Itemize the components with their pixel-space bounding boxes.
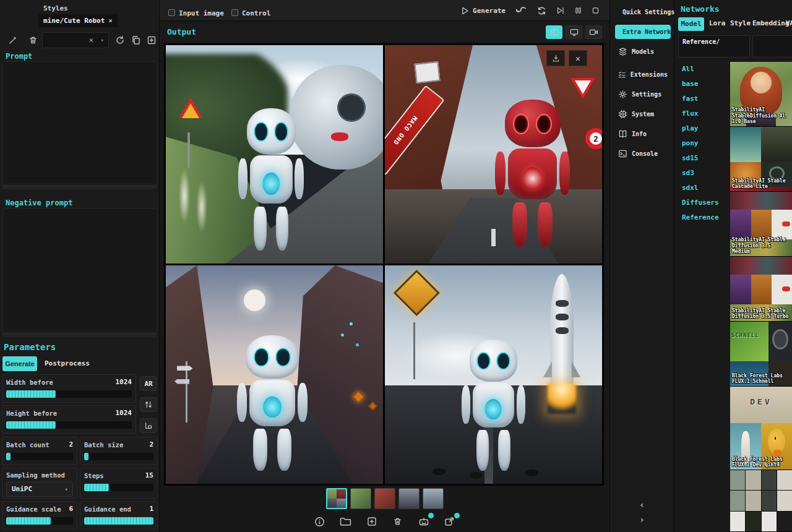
category-sd15[interactable]: sd15 (674, 151, 729, 166)
style-tag[interactable]: mine/Cute Robot× (38, 14, 118, 27)
left-panel: Styles mine/Cute Robot× × ▾ Prompt Negat… (0, 0, 160, 532)
category-play[interactable]: play (674, 121, 729, 136)
width-slider[interactable] (6, 390, 132, 398)
swap-dimensions-button[interactable] (140, 397, 157, 412)
control-checkbox[interactable] (231, 9, 238, 16)
copy-style-button[interactable] (129, 33, 143, 47)
width-value[interactable]: 1024 (116, 378, 132, 386)
height-slider[interactable] (6, 421, 132, 429)
category-all[interactable]: All (674, 62, 729, 77)
prompt-input[interactable] (2, 61, 157, 184)
category-sd3[interactable]: sd3 (674, 166, 729, 181)
category-reference[interactable]: Reference (674, 210, 729, 225)
reprocess-button[interactable] (536, 6, 547, 16)
steps-slider[interactable] (84, 484, 153, 491)
category-diffusers[interactable]: Diffusers (674, 195, 729, 210)
batch-size-value[interactable]: 2 (149, 440, 153, 448)
pause-button[interactable] (574, 6, 582, 15)
tab-postprocess[interactable]: Postprocess (45, 359, 90, 367)
delete-image-button[interactable] (391, 515, 405, 528)
gallery-thumbnail-2[interactable] (350, 488, 371, 509)
model-card[interactable]: StabilityAI StableDiffusion XL 1.0 Base (730, 62, 792, 127)
tab-generate[interactable]: Generate (2, 356, 37, 371)
sampling-method-dropdown[interactable]: UniPC▾ (6, 482, 73, 497)
download-image-button[interactable] (546, 50, 565, 66)
send-to-control-button[interactable] (417, 515, 431, 528)
save-style-button[interactable] (145, 33, 158, 47)
model-card-label: StabilityAI StableDiffusion XL 1.0 Base (732, 107, 791, 125)
prompt-resize-handle[interactable] (2, 186, 157, 189)
loop-generate-button[interactable] (515, 6, 527, 16)
tab-model[interactable]: Model (678, 17, 704, 31)
guidance-end-value[interactable]: 1 (149, 505, 153, 513)
chevron-down-icon[interactable]: ▾ (101, 37, 104, 43)
tab-style[interactable]: Style (730, 19, 751, 27)
image-info-button[interactable] (313, 515, 327, 528)
resolution-presets-button[interactable] (140, 418, 157, 433)
model-card[interactable]: StabilityAI Stable Cascade Lite (730, 127, 792, 192)
model-card[interactable]: SCHNELL Black Forest Labs FLUX.1 Schnell (730, 322, 792, 387)
output-image-top-left[interactable] (166, 45, 383, 264)
video-view-button[interactable] (585, 25, 602, 39)
category-base[interactable]: base (674, 77, 729, 92)
guidance-scale-slider[interactable] (6, 517, 73, 525)
category-flux[interactable]: flux (674, 106, 729, 121)
style-tag-remove-icon[interactable]: × (108, 17, 113, 25)
output-image-top-right[interactable]: MACO OND 2 (385, 45, 602, 264)
skip-button[interactable] (556, 6, 565, 15)
styles-clear-icon[interactable]: × (89, 36, 93, 45)
model-card[interactable]: StabilityAI Stable Diffusion 3.5 Medium (730, 192, 792, 257)
sidebar-item-quick-settings[interactable]: Quick Settings (615, 5, 671, 19)
sidebar-item-extra-networks[interactable]: Extra Networks (615, 25, 671, 39)
collapse-left-button[interactable]: ‹ (610, 497, 674, 512)
sidebar-item-extensions[interactable]: Extensions (615, 67, 671, 82)
sidebar-item-info[interactable]: Info (615, 127, 671, 141)
refresh-styles-button[interactable] (113, 33, 127, 47)
output-image-bottom-left[interactable] (166, 265, 383, 484)
gallery-view-button[interactable] (546, 25, 562, 39)
sidebar-item-console[interactable]: Console (615, 147, 671, 161)
stop-button[interactable] (592, 6, 600, 15)
clear-style-button[interactable] (26, 33, 40, 47)
batch-count-value[interactable]: 2 (69, 440, 73, 448)
apply-style-button[interactable] (6, 33, 20, 47)
input-image-checkbox[interactable] (168, 9, 175, 16)
save-image-button[interactable] (365, 515, 379, 528)
batch-count-slider[interactable] (6, 453, 73, 460)
gallery-thumbnail-4[interactable] (398, 488, 420, 509)
model-card-contact-sheet[interactable] (730, 470, 792, 532)
send-to-process-button[interactable] (443, 515, 457, 528)
negative-prompt-input[interactable] (2, 208, 157, 332)
tab-vae[interactable]: VAE (786, 19, 792, 27)
card-art (782, 286, 790, 291)
guidance-scale-value[interactable]: 6 (69, 505, 73, 513)
collapse-right-button[interactable]: › (610, 512, 674, 527)
styles-dropdown[interactable]: × ▾ (42, 32, 109, 48)
network-search-input[interactable]: Reference/ (678, 35, 750, 58)
close-image-button[interactable]: ✕ (569, 50, 587, 66)
model-card[interactable]: StabilityAI Stable Diffusion 3.5 Turbo (730, 257, 792, 322)
tab-embedding[interactable]: Embedding (752, 19, 790, 27)
category-sdxl[interactable]: sdxl (674, 181, 729, 195)
network-filter-input[interactable] (752, 35, 792, 58)
sidebar-item-settings[interactable]: Settings (615, 87, 671, 101)
aspect-ratio-button[interactable]: AR (140, 376, 157, 391)
model-card[interactable]: DEV Black Forest Labs FLUX.1 Dev qint4 (730, 387, 792, 470)
height-value[interactable]: 1024 (116, 409, 132, 417)
guidance-end-slider[interactable] (84, 517, 153, 525)
tab-lora[interactable]: Lora (709, 19, 726, 27)
sidebar-item-system[interactable]: System (615, 107, 671, 121)
generate-button[interactable]: Generate (460, 6, 506, 15)
batch-size-slider[interactable] (84, 453, 153, 460)
sidebar-item-models[interactable]: Models (615, 45, 671, 59)
output-image-bottom-right[interactable] (385, 265, 602, 484)
steps-value[interactable]: 15 (145, 471, 153, 479)
category-pony[interactable]: pony (674, 136, 729, 151)
fullscreen-view-button[interactable] (566, 25, 582, 39)
gallery-thumbnail-5[interactable] (423, 488, 444, 509)
gallery-thumbnail-1[interactable] (326, 488, 347, 509)
gallery-thumbnail-3[interactable] (374, 488, 395, 509)
open-folder-button[interactable] (339, 515, 353, 528)
negative-prompt-resize-handle[interactable] (2, 333, 157, 337)
category-fast[interactable]: fast (674, 92, 729, 106)
